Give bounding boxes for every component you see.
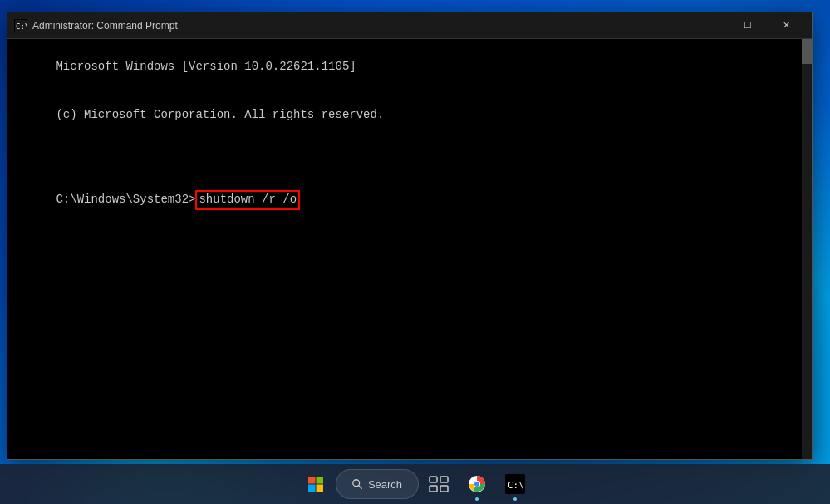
taskbar: Search [0,464,830,504]
cmd-taskbar-icon: C:\ [505,474,525,494]
scrollbar-thumb[interactable] [802,39,812,64]
windows-logo-icon [306,474,326,494]
svg-line-8 [359,486,362,489]
svg-text:C:\: C:\ [508,480,524,491]
start-button[interactable] [297,466,334,502]
maximize-button[interactable]: ☐ [729,12,767,39]
chrome-button[interactable] [459,466,495,502]
svg-point-16 [474,482,479,487]
svg-rect-4 [316,477,323,484]
cmd-title-icon: C:\ [14,19,27,32]
window-controls: — ☐ ✕ [690,12,805,39]
search-label: Search [368,478,402,491]
window-title: Administrator: Command Prompt [32,20,690,32]
svg-text:C:\: C:\ [16,22,27,31]
scrollbar[interactable] [802,39,812,459]
minimize-button[interactable]: — [690,12,729,39]
console-command: shutdown /r /o [195,190,300,210]
console-prompt: C:\Windows\System32> [56,193,195,206]
svg-rect-3 [308,477,316,484]
svg-rect-11 [430,486,437,492]
close-button[interactable]: ✕ [767,12,805,39]
taskbar-items: Search [297,466,533,502]
svg-rect-12 [440,486,448,492]
svg-rect-9 [430,477,437,482]
svg-rect-10 [440,477,448,482]
console-line-2: (c) Microsoft Corporation. All rights re… [56,108,384,121]
title-bar: C:\ Administrator: Command Prompt — ☐ ✕ [7,12,812,39]
cmd-window: C:\ Administrator: Command Prompt — ☐ ✕ … [7,12,813,460]
svg-rect-5 [308,485,316,492]
svg-rect-6 [316,485,323,492]
console-output: Microsoft Windows [Version 10.0.22621.11… [14,42,805,227]
search-button[interactable]: Search [336,469,419,499]
taskview-icon [429,476,449,492]
cmd-taskbar-button[interactable]: C:\ [497,466,533,502]
search-icon [351,478,363,490]
chrome-icon [467,474,487,494]
console-body: Microsoft Windows [Version 10.0.22621.11… [7,39,812,459]
console-line-1: Microsoft Windows [Version 10.0.22621.11… [56,60,356,73]
taskview-button[interactable] [420,466,457,502]
